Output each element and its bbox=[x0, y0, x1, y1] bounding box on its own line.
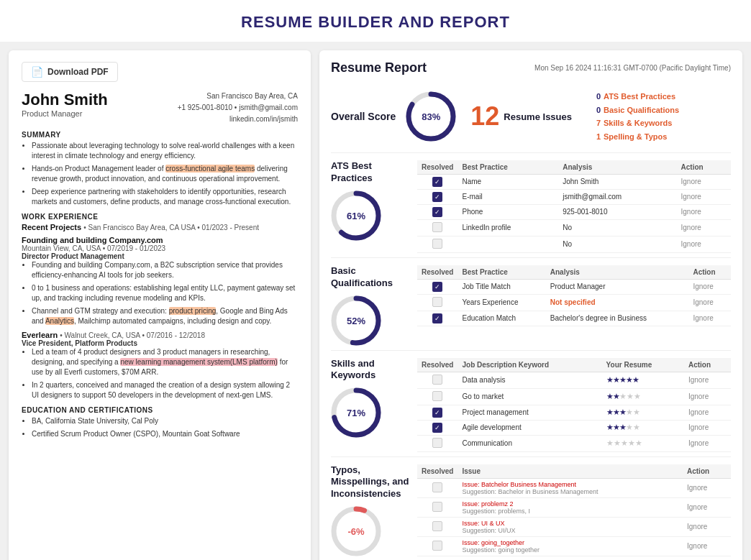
list-item: Passionate about leveraging technology t… bbox=[32, 141, 298, 161]
ignore-button[interactable]: Ignore bbox=[687, 484, 707, 492]
ignore-button[interactable]: Ignore bbox=[687, 503, 707, 511]
checkbox-empty bbox=[432, 502, 442, 512]
list-item: Certified Scrum Product Owner (CSPO), Mo… bbox=[32, 429, 298, 439]
checkbox-checked: ✓ bbox=[432, 177, 442, 187]
checkbox-empty bbox=[432, 521, 442, 531]
ignore-button[interactable]: Ignore bbox=[693, 314, 713, 322]
list-item: Founding and building Company.com, a B2C… bbox=[32, 260, 298, 280]
basic-th-analysis: Analysis bbox=[546, 265, 689, 280]
list-item: 0 to 1 business and operations: establis… bbox=[32, 283, 298, 303]
ats-table: Resolved Best Practice Analysis Action ✓… bbox=[417, 160, 731, 253]
table-row: ✓ Job Title Match Product Manager Ignore bbox=[417, 279, 731, 294]
pdf-icon: 📄 bbox=[31, 66, 43, 78]
basic-th-action: Action bbox=[688, 265, 731, 280]
list-item: BA, California State University, Cal Pol… bbox=[32, 416, 298, 426]
checkbox-empty bbox=[432, 297, 442, 307]
table-row: Data analysis ★★★★★ Ignore bbox=[417, 372, 731, 388]
checkbox-empty bbox=[432, 222, 442, 232]
issues-box: 12 Resume Issues bbox=[470, 104, 572, 129]
table-row: ✓ Project management ★★★★★ Ignore bbox=[417, 405, 731, 420]
table-row: Communication ★★★★★ Ignore bbox=[417, 435, 731, 451]
resume-contact: San Francisco Bay Area, CA +1 925-001-80… bbox=[178, 91, 298, 125]
checkbox-checked: ✓ bbox=[432, 408, 442, 418]
typos-section: Typos, Misspellings, and Inconsistencies… bbox=[331, 457, 731, 560]
report-panel: Resume Report Mon Sep 16 2024 11:16:31 G… bbox=[319, 50, 742, 560]
issues-breakdown: 0 ATS Best Practices 0 Basic Qualificati… bbox=[591, 90, 679, 144]
table-row: ✓ Agile development ★★★★★ Ignore bbox=[417, 420, 731, 435]
ignore-button[interactable]: Ignore bbox=[693, 298, 713, 306]
table-row: Issue: going_together Suggestion: going … bbox=[417, 536, 731, 556]
issues-num: 12 bbox=[470, 104, 499, 129]
checkbox-empty bbox=[432, 482, 442, 492]
table-row: Issue: problemz 2 Suggestion: problems, … bbox=[417, 497, 731, 517]
list-item: In 2 quarters, conceived and managed the… bbox=[32, 380, 298, 400]
checkbox-empty bbox=[432, 541, 442, 551]
table-row: ✓ E-mail jsmith@gmail.com Ignore bbox=[417, 189, 731, 204]
skills-th-resume: Your Resume bbox=[602, 358, 684, 372]
basic-th-resolved: Resolved bbox=[417, 265, 458, 280]
table-row: ✓ Name John Smith Ignore bbox=[417, 174, 731, 189]
table-row: Issue: UI & UX Suggestion: UI/UX Ignore bbox=[417, 517, 731, 536]
ignore-button[interactable]: Ignore bbox=[688, 393, 709, 400]
ignore-button[interactable]: Ignore bbox=[688, 376, 709, 384]
checkbox-checked: ✓ bbox=[432, 192, 442, 202]
checkbox-checked: ✓ bbox=[432, 423, 442, 433]
table-row: Issue: Batchelor Business Management Sug… bbox=[417, 478, 731, 497]
basic-table: Resolved Best Practice Analysis Action ✓… bbox=[417, 265, 731, 326]
issues-label: Resume Issues bbox=[504, 111, 572, 122]
ignore-button[interactable]: Ignore bbox=[693, 283, 713, 290]
checkbox-empty bbox=[432, 239, 442, 249]
checkbox-checked: ✓ bbox=[432, 313, 442, 323]
skills-th-keyword: Job Description Keyword bbox=[458, 358, 601, 372]
checkbox-empty bbox=[432, 438, 442, 448]
typos-th-resolved: Resolved bbox=[417, 464, 458, 479]
basic-chart: 52% bbox=[331, 295, 381, 346]
skills-th-action: Action bbox=[684, 358, 731, 372]
ignore-button[interactable]: Ignore bbox=[688, 423, 709, 431]
ignore-button[interactable]: Ignore bbox=[681, 240, 701, 248]
list-item: Hands-on Product Management leader of cr… bbox=[32, 164, 298, 184]
download-pdf-button[interactable]: 📄 Download PDF bbox=[22, 62, 118, 82]
ats-th-action: Action bbox=[677, 160, 731, 175]
resume-role: Product Manager bbox=[22, 109, 108, 118]
typos-chart: -6% bbox=[331, 506, 381, 556]
typos-title: Typos, Misspellings, and Inconsistencies bbox=[331, 464, 410, 501]
table-row: ✓ Education Match Bachelor's degree in B… bbox=[417, 311, 731, 326]
skills-table: Resolved Job Description Keyword Your Re… bbox=[417, 358, 731, 452]
ignore-button[interactable]: Ignore bbox=[681, 193, 701, 201]
ignore-button[interactable]: Ignore bbox=[681, 178, 701, 185]
typos-table: Resolved Issue Action Issue: Batchelor B… bbox=[417, 464, 731, 556]
list-item: Led a team of 4 product designers and 3 … bbox=[32, 347, 298, 377]
table-row: Go to market ★★★★★ Ignore bbox=[417, 388, 731, 405]
resume-panel: 📄 Download PDF John Smith Product Manage… bbox=[9, 50, 311, 560]
ignore-button[interactable]: Ignore bbox=[687, 542, 707, 550]
ignore-button[interactable]: Ignore bbox=[688, 439, 709, 447]
ats-th-resolved: Resolved bbox=[417, 160, 458, 175]
skills-title: Skills and Keywords bbox=[331, 358, 410, 382]
checkbox-checked: ✓ bbox=[432, 282, 442, 292]
report-date: Mon Sep 16 2024 11:16:31 GMT-0700 (Pacif… bbox=[534, 64, 731, 72]
ignore-button[interactable]: Ignore bbox=[681, 208, 701, 216]
ats-title: ATS Best Practices bbox=[331, 160, 410, 185]
report-title: Resume Report bbox=[331, 60, 427, 75]
basic-title: Basic Qualifications bbox=[331, 265, 410, 290]
typos-th-issue: Issue bbox=[458, 464, 683, 479]
ignore-button[interactable]: Ignore bbox=[687, 523, 707, 531]
skills-th-resolved: Resolved bbox=[417, 358, 458, 372]
table-row: ✓ Phone 925-001-8010 Ignore bbox=[417, 204, 731, 219]
summary-section: SUMMARY Passionate about leveraging tech… bbox=[22, 131, 298, 207]
ats-chart: 61% bbox=[331, 191, 381, 241]
checkbox-empty bbox=[432, 375, 442, 385]
overall-score-chart: 83% bbox=[406, 91, 456, 142]
checkbox-checked: ✓ bbox=[432, 207, 442, 217]
table-row: LinkedIn profile No Ignore bbox=[417, 219, 731, 236]
ignore-button[interactable]: Ignore bbox=[681, 224, 701, 231]
ignore-button[interactable]: Ignore bbox=[688, 408, 709, 416]
typos-th-action: Action bbox=[683, 464, 731, 479]
basic-th-practice: Best Practice bbox=[458, 265, 545, 280]
list-item: Deep experience partnering with stakehol… bbox=[32, 187, 298, 207]
table-row: No Ignore bbox=[417, 236, 731, 252]
basic-section: Basic Qualifications 52% Resolved Best P… bbox=[331, 258, 731, 351]
list-item: Channel and GTM strategy and execution: … bbox=[32, 306, 298, 326]
skills-chart: 71% bbox=[331, 387, 381, 438]
